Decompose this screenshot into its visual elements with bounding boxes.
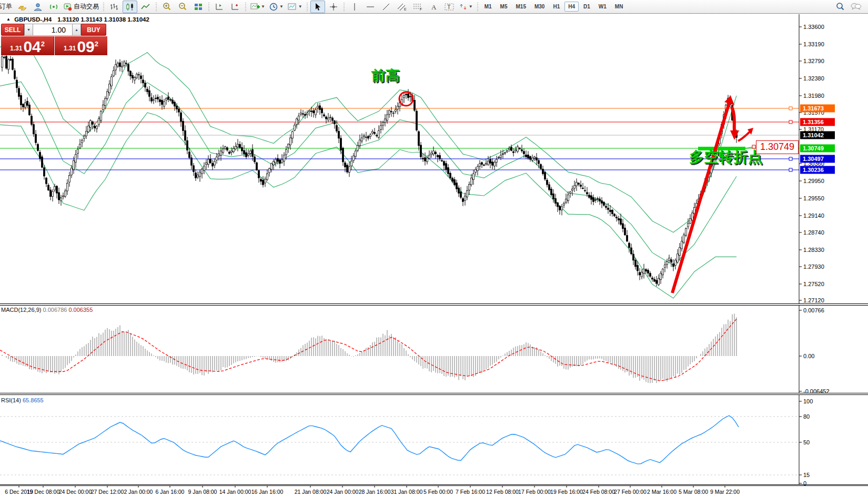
turning-point-annotation: 多空转折点 [689,147,763,167]
time-axis-label: 27 Feb 00:00 [614,489,647,495]
rsi-value: 65.8655 [23,397,44,403]
buy-button[interactable]: BUY [81,24,106,36]
price-badge-1.30497: 1.30497 [800,155,835,163]
sell-price-display[interactable]: 1.31 04 2 [1,36,54,55]
price-badge-1.30236: 1.30236 [800,166,835,174]
price-badge-1.31042: 1.31042 [800,131,835,139]
time-axis-label: 24 Dec 00:00 [59,489,92,495]
time-axis-label: 5 Mar 08:00 [679,489,708,495]
rsi-dateaxis-divider [0,484,868,486]
price-tick-label: 1.27930 [803,263,824,270]
macd-panel [0,314,736,383]
time-axis-label: 19 Dec 08:00 [27,489,59,495]
sell-price-prefix: 1.31 [10,45,22,52]
price-tick-label: 1.33600 [803,24,824,30]
bollinger-l [0,113,736,298]
price-callout[interactable]: 1.30749 [756,140,799,154]
sell-button[interactable]: SELL [1,24,24,36]
collapse-panel-icon[interactable]: ▲ [6,17,11,22]
line-handle [789,120,792,124]
macd-rsi-divider[interactable] [0,393,868,395]
price-tick-label: 1.29950 [803,178,824,184]
rsi-label: RSI(14) 65.8655 [1,397,44,403]
rsi-tick-label: 100 [803,398,813,404]
price-tick-label: 1.27120 [803,297,824,303]
time-axis-label: 5 Feb 00:00 [423,489,453,495]
chart-plot[interactable] [0,0,868,497]
buy-price-big: 09 [77,39,94,55]
price-badge-1.31356: 1.31356 [800,118,835,126]
time-axis-label: 12 Feb 08:00 [486,489,519,495]
time-axis-label: 17 Feb 00:00 [518,489,551,495]
sell-price-big: 04 [23,39,41,55]
symbol-period: GBPUSD-,H4 [14,16,52,23]
time-axis-label: 28 Jan 16:00 [359,489,391,495]
macd-tick-label: 0.00 [803,353,814,359]
one-click-trade-panel: SELL ▼ ▲ BUY 1.31 04 2 1.31 09 2 [1,24,107,55]
macd-tick-label: 0.00766 [803,307,824,313]
rsi-tick-label: 50 [803,439,810,445]
sell-price-pip: 2 [41,40,45,48]
buy-price-prefix: 1.31 [64,45,76,52]
time-axis-label: 31 Jan 08:00 [391,489,423,495]
time-axis-label: 24 Jan 00:00 [327,489,359,495]
price-tick-label: 1.29550 [803,195,824,201]
price-tick-label: 1.27520 [803,281,824,287]
volume-decrease-button[interactable]: ▼ [24,24,33,36]
price-tick-label: 1.33190 [803,41,824,47]
time-axis-label: 21 Jan 08:00 [295,489,327,495]
ohlc-values: 1.31120 1.31143 1.31038 1.31042 [57,16,149,23]
time-axis-label: 6 Jan 16:00 [156,489,185,495]
line-handle [789,107,792,110]
time-axis-label: 9 Mar 22:00 [710,489,740,495]
mt4-window: 订单 自动交易 [0,0,868,497]
rally-arrow [672,103,729,293]
price-badge-1.30749: 1.30749 [800,145,835,153]
time-axis-label: 7 Feb 16:00 [456,489,485,495]
time-axis-label: 2 Mar 16:00 [647,489,677,495]
rsi-panel [0,415,799,475]
price-tick-label: 1.31980 [803,93,824,99]
volume-input[interactable] [33,24,72,36]
price-tick-label: 1.28330 [803,247,824,253]
time-axis-label: 14 Jan 00:00 [219,489,251,495]
volume-increase-button[interactable]: ▲ [72,24,81,36]
time-axis-label: 19 Feb 16:00 [550,489,583,495]
rsi-line [0,415,739,464]
rsi-tick-label: 80 [803,413,810,420]
bollinger-m [0,82,736,265]
buy-price-pip: 2 [95,40,98,48]
line-handle [789,168,792,171]
time-axis-label: 16 Jan 16:00 [251,489,284,495]
main-macd-divider[interactable] [0,303,868,306]
buy-price-display[interactable]: 1.31 09 2 [55,36,107,55]
time-axis-label: 27 Dec 12:00 [91,489,124,495]
price-tick-label: 1.29140 [803,212,824,219]
line-handle [789,157,792,160]
price-tick-label: 1.32380 [803,75,824,82]
price-tick-label: 1.32790 [803,58,824,64]
price-badge-1.31673: 1.31673 [800,105,835,113]
macd-label: MACD(12,26,9) 0.006786 0.006355 [1,307,93,313]
rsi-tick-label: 0 [803,480,806,486]
bollinger-u [0,37,736,232]
macd-tick-label: -0.006452 [803,388,830,394]
macd-signal-value: 0.006355 [68,307,93,313]
time-axis-label: 2 Jan 00:00 [124,489,153,495]
front-high-annotation: 前高 [371,66,400,85]
time-axis-label: 24 Feb 08:00 [582,489,615,495]
chart-title: ▲ GBPUSD-,H4 1.31120 1.31143 1.31038 1.3… [6,16,149,23]
macd-main-value: 0.006786 [43,307,67,313]
price-tick-label: 1.28740 [803,229,824,236]
time-axis-label: 9 Jan 08:00 [188,489,217,495]
rsi-tick-label: 15 [803,472,810,478]
